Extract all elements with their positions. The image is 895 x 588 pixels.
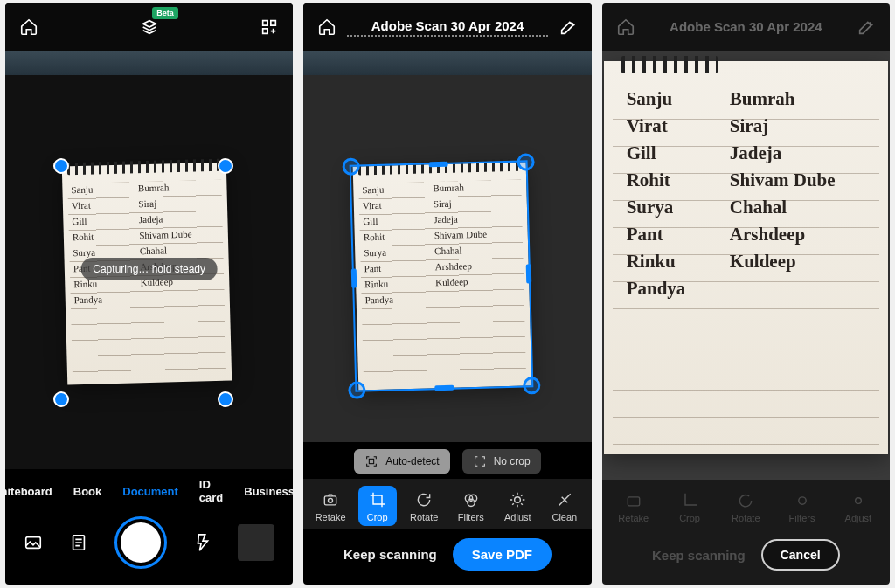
scan-title[interactable]: Adobe Scan 30 Apr 2024: [347, 18, 547, 37]
action-row: Keep scanning Save PDF: [303, 529, 591, 585]
handwritten-names: SanjuBumrahViratSirajGillJadejaRohitShiv…: [62, 175, 230, 308]
nocrop-button[interactable]: No crop: [462, 449, 541, 474]
scan-title: Adobe Scan 30 Apr 2024: [646, 19, 846, 36]
phone-capture-screen: Beta SanjuBumrahViratSirajGillJadejaRohi…: [5, 3, 293, 585]
qr-icon[interactable]: [260, 17, 279, 37]
tool-adjust: Adjust: [839, 487, 878, 527]
shutter-button[interactable]: [114, 516, 167, 569]
autodetect-icon: [364, 454, 378, 468]
crop-handle-bl[interactable]: [53, 391, 69, 407]
edit-title-icon[interactable]: [559, 17, 578, 37]
mode-book[interactable]: Book: [73, 485, 102, 498]
crop-handle-br[interactable]: [218, 391, 233, 407]
tool-retake[interactable]: Retake: [311, 486, 350, 526]
action-row-saving: Keep scanning Cancel: [602, 530, 890, 585]
crop-corner-bl[interactable]: [348, 381, 366, 399]
nocrop-icon: [473, 454, 487, 468]
crop-corner-tl[interactable]: [343, 157, 361, 176]
crop-viewport[interactable]: SanjuBumrahViratSirajGillJadejaRohitShiv…: [303, 51, 591, 442]
tool-strip-disabled: Retake Crop Rotate Filters Adjust: [602, 480, 890, 530]
svg-rect-3: [324, 496, 336, 505]
svg-point-8: [515, 497, 521, 503]
crop-edge-top[interactable]: [429, 162, 448, 168]
tool-crop: Crop: [670, 487, 709, 527]
mode-document[interactable]: Document: [122, 485, 178, 498]
retake-icon: [322, 491, 339, 508]
tool-clean-label: Clean: [552, 512, 577, 522]
svg-point-7: [468, 499, 475, 506]
capture-mode-strip[interactable]: Whiteboard Book Document ID card Busines…: [5, 469, 293, 508]
tool-rotate-label: Rotate: [410, 512, 438, 522]
svg-rect-0: [26, 537, 41, 549]
svg-point-10: [798, 497, 805, 504]
beta-badge: Beta: [152, 7, 178, 19]
svg-point-6: [469, 495, 476, 502]
crop-handle-tr[interactable]: [218, 158, 233, 174]
autodetect-button[interactable]: Auto-detect: [354, 449, 449, 474]
tool-strip: Retake Crop Rotate Filters Adjust Clean: [303, 479, 591, 529]
mode-idcard[interactable]: ID card: [199, 478, 223, 504]
tool-retake-label: Retake: [316, 512, 346, 522]
nocrop-label: No crop: [494, 455, 531, 467]
keep-scanning-button[interactable]: Keep scanning: [343, 547, 437, 562]
svg-point-11: [856, 498, 862, 504]
tool-crop[interactable]: Crop: [358, 486, 397, 526]
stack-icon[interactable]: Beta: [140, 17, 159, 37]
mode-business[interactable]: Business: [244, 485, 293, 498]
capture-status-toast: Capturing… hold steady: [80, 258, 218, 280]
keep-scanning-button: Keep scanning: [652, 548, 746, 563]
crop-options: Auto-detect No crop: [303, 442, 591, 479]
last-capture-thumbnail[interactable]: [238, 524, 274, 561]
phone-saving-screen: Adobe Scan 30 Apr 2024 SanjuBumrahViratS…: [602, 3, 890, 585]
crop-frame[interactable]: [350, 160, 534, 391]
mode-whiteboard[interactable]: Whiteboard: [5, 485, 52, 498]
svg-point-4: [329, 498, 333, 502]
phone-crop-screen: Adobe Scan 30 Apr 2024 SanjuBumrahViratS…: [303, 3, 591, 585]
notebook-result: SanjuBumrahViratSirajGillJadejaRohitShiv…: [604, 61, 888, 454]
crop-edge-left[interactable]: [351, 269, 357, 288]
topbar-crop: Adobe Scan 30 Apr 2024: [303, 3, 591, 51]
clean-icon: [556, 491, 573, 508]
crop-edge-right[interactable]: [526, 264, 532, 283]
tool-clean[interactable]: Clean: [545, 486, 584, 526]
filters-icon: [462, 491, 480, 508]
tool-crop-label: Crop: [367, 512, 388, 522]
tool-adjust[interactable]: Adjust: [498, 486, 537, 526]
home-icon[interactable]: [19, 17, 38, 37]
crop-corner-br[interactable]: [523, 377, 541, 395]
tool-filters: Filters: [783, 487, 822, 527]
tool-filters-label: Filters: [458, 512, 484, 522]
adjust-icon: [509, 491, 526, 508]
save-pdf-button[interactable]: Save PDF: [453, 538, 552, 571]
home-icon: [616, 17, 635, 37]
crop-icon: [369, 491, 386, 508]
cancel-button[interactable]: Cancel: [761, 539, 840, 571]
result-viewport: SanjuBumrahViratSirajGillJadejaRohitShiv…: [602, 51, 890, 480]
crop-handle-tl[interactable]: [53, 158, 69, 174]
capture-bar: [5, 508, 293, 585]
crop-corner-tr[interactable]: [517, 153, 536, 171]
rotate-icon: [415, 491, 433, 508]
svg-rect-2: [370, 459, 374, 463]
autodetect-label: Auto-detect: [385, 455, 439, 467]
home-icon[interactable]: [317, 17, 336, 37]
document-capture-icon[interactable]: [69, 533, 88, 552]
flash-auto-icon[interactable]: [193, 533, 212, 552]
tool-retake: Retake: [614, 487, 653, 527]
tool-adjust-label: Adjust: [504, 512, 531, 522]
topbar-capture: Beta: [5, 3, 293, 51]
edit-title-icon: [857, 17, 876, 37]
camera-viewport[interactable]: SanjuBumrahViratSirajGillJadejaRohitShiv…: [5, 51, 293, 469]
gallery-icon[interactable]: [24, 533, 43, 552]
handwritten-names: SanjuBumrahViratSirajGillJadejaRohitShiv…: [604, 73, 888, 302]
tool-rotate: Rotate: [726, 487, 765, 527]
tool-rotate[interactable]: Rotate: [405, 486, 443, 526]
topbar-saving: Adobe Scan 30 Apr 2024: [602, 3, 890, 51]
tool-filters[interactable]: Filters: [452, 486, 490, 526]
svg-rect-9: [628, 497, 639, 506]
crop-edge-bottom[interactable]: [435, 385, 454, 391]
